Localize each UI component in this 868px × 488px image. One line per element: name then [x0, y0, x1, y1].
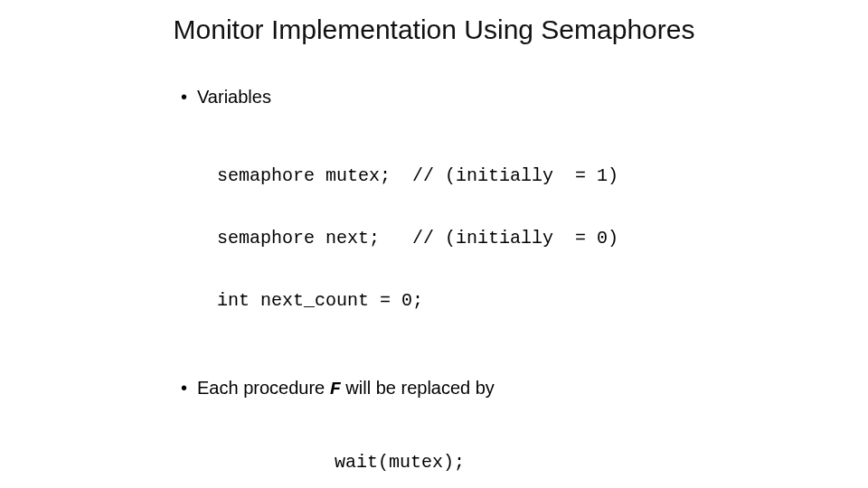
bullet-variables: Variables [181, 87, 814, 108]
identifier-F: F [330, 379, 341, 399]
slide: Monitor Implementation Using Semaphores … [0, 0, 868, 488]
text: will be replaced by [341, 378, 495, 398]
code-line: int next_count = 0; [217, 290, 814, 311]
slide-content: Variables semaphore mutex; // (initially… [181, 87, 814, 488]
slide-title: Monitor Implementation Using Semaphores [0, 14, 868, 45]
code-procedure-block: wait(mutex); … body of F; … if (next_cou… [335, 410, 814, 488]
code-line: semaphore mutex; // (initially = 1) [217, 165, 814, 186]
code-line: wait(mutex); [335, 452, 814, 473]
bullet-each-procedure: Each procedure F will be replaced by [181, 378, 814, 399]
code-variables-block: semaphore mutex; // (initially = 1) sema… [217, 124, 814, 352]
text: Each procedure [197, 378, 330, 398]
code-line: semaphore next; // (initially = 0) [217, 228, 814, 249]
